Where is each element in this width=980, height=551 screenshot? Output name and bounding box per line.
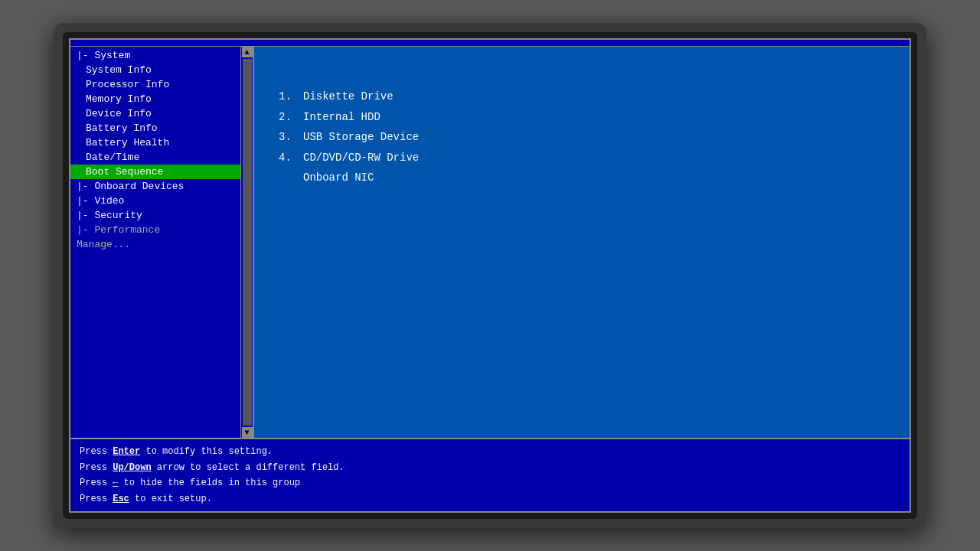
boot-item-number: 3.: [279, 127, 297, 148]
nav-item-security[interactable]: |- Security: [70, 208, 253, 223]
right-panel: 1.Diskette Drive2.Internal HDD3.USB Stor…: [254, 47, 910, 438]
boot-list-item[interactable]: 3.USB Storage Device: [279, 127, 891, 148]
boot-list: 1.Diskette Drive2.Internal HDD3.USB Stor…: [273, 86, 891, 188]
nav-item-processor-info[interactable]: Processor Info: [70, 77, 253, 92]
bottom-bar-line: Press Esc to exit setup.: [80, 491, 900, 507]
boot-item-number: 2.: [279, 107, 297, 128]
bottom-bar: Press Enter to modify this setting.Press…: [70, 438, 910, 511]
nav-item-manage[interactable]: Manage...: [70, 237, 253, 252]
boot-item-number: [279, 168, 297, 188]
scroll-up-arrow[interactable]: ▲: [242, 47, 253, 57]
nav-item-device-info[interactable]: Device Info: [70, 106, 253, 121]
boot-item-label: CD/DVD/CD-RW Drive: [303, 148, 419, 168]
boot-item-label: Internal HDD: [303, 107, 381, 128]
boot-item-label: Onboard NIC: [303, 168, 374, 188]
title-bar: [70, 40, 910, 47]
nav-item-boot-sequence[interactable]: Boot Sequence: [70, 165, 253, 179]
nav-item-system[interactable]: |- System: [70, 48, 253, 63]
boot-list-item[interactable]: 4.CD/DVD/CD-RW Drive: [279, 148, 891, 168]
boot-item-label: USB Storage Device: [303, 127, 419, 148]
nav-item-performance[interactable]: |- Performance: [70, 223, 253, 237]
bottom-bar-line: Press Up/Down arrow to select a differen…: [80, 460, 900, 475]
nav-item-datetime[interactable]: Date/Time: [70, 150, 253, 165]
boot-list-item[interactable]: 2.Internal HDD: [279, 107, 891, 128]
nav-item-system-info[interactable]: System Info: [70, 63, 253, 77]
scroll-thumb: [243, 59, 252, 425]
bottom-bar-line: Press ← to hide the fields in this group: [80, 475, 900, 491]
left-panel: |- System System Info Processor Info Mem…: [70, 47, 254, 438]
laptop-outer: |- System System Info Processor Info Mem…: [54, 23, 926, 528]
bios-container: |- System System Info Processor Info Mem…: [69, 38, 911, 513]
boot-item-label: Diskette Drive: [303, 86, 394, 107]
screen-bezel: |- System System Info Processor Info Mem…: [63, 32, 917, 519]
scroll-bar[interactable]: ▲ ▼: [240, 47, 253, 438]
nav-item-battery-info[interactable]: Battery Info: [70, 121, 253, 135]
bios-wrapper: |- System System Info Processor Info Mem…: [69, 38, 911, 513]
boot-list-item[interactable]: 1.Diskette Drive: [279, 86, 891, 107]
nav-item-onboard-devices[interactable]: |- Onboard Devices: [70, 179, 253, 194]
bottom-bar-line: Press Enter to modify this setting.: [80, 444, 900, 459]
nav-item-video[interactable]: |- Video: [70, 194, 253, 208]
main-area: |- System System Info Processor Info Mem…: [70, 47, 910, 438]
boot-list-item[interactable]: Onboard NIC: [279, 168, 891, 188]
left-panel-scroll: |- System System Info Processor Info Mem…: [70, 47, 253, 438]
nav-item-memory-info[interactable]: Memory Info: [70, 92, 253, 106]
boot-item-number: 1.: [279, 86, 297, 107]
scroll-down-arrow[interactable]: ▼: [242, 427, 253, 438]
boot-item-number: 4.: [279, 148, 297, 168]
nav-item-battery-health[interactable]: Battery Health: [70, 135, 253, 150]
